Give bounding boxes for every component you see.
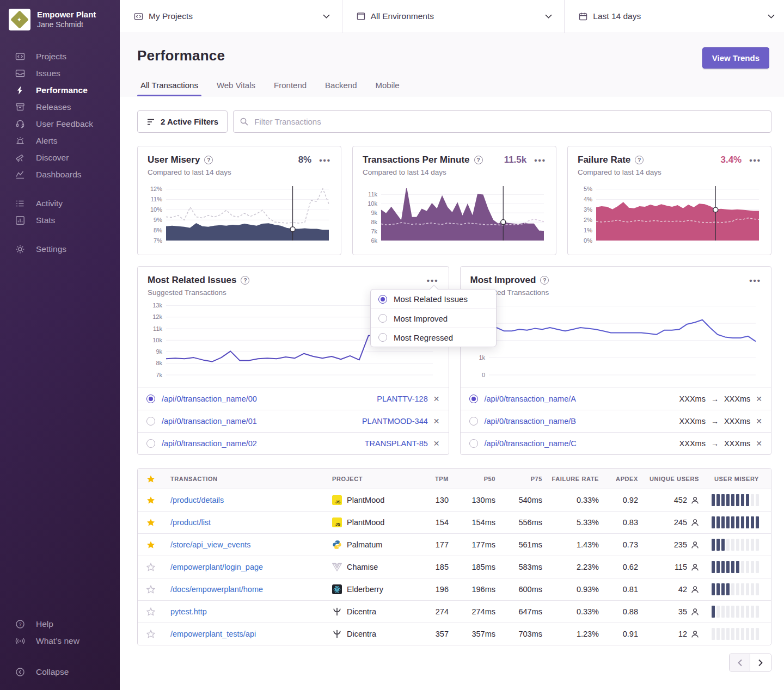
sidebar-collapse-button[interactable]: Collapse xyxy=(0,663,120,680)
p50-value: 196ms xyxy=(449,585,495,594)
transaction-link[interactable]: /product/list xyxy=(170,518,211,527)
transaction-link[interactable]: /api/0/transaction_name/02 xyxy=(162,439,257,448)
sidebar-item-dashboards[interactable]: Dashboards xyxy=(0,166,120,183)
pagination xyxy=(729,654,771,671)
radio-button[interactable] xyxy=(469,395,478,403)
close-icon[interactable]: ✕ xyxy=(756,417,762,425)
column-header-p75[interactable]: P75 xyxy=(495,476,542,482)
star-icon[interactable] xyxy=(146,540,170,549)
transaction-link[interactable]: /product/details xyxy=(170,496,224,504)
environment-selector[interactable]: All Environments xyxy=(342,0,565,33)
transaction-link[interactable]: /api/0/transaction_name/01 xyxy=(162,417,257,426)
menu-option-most-improved[interactable]: Most Improved xyxy=(371,309,496,328)
transaction-link[interactable]: /api/0/transaction_name/00 xyxy=(162,395,257,403)
view-trends-button[interactable]: View Trends xyxy=(702,47,769,69)
siren-icon xyxy=(15,135,25,146)
project-selector[interactable]: My Projects xyxy=(120,0,342,33)
transaction-link[interactable]: /store/api_view_events xyxy=(170,540,251,549)
close-icon[interactable]: ✕ xyxy=(756,440,762,447)
sidebar-item-help[interactable]: ? Help xyxy=(0,615,120,632)
sidebar-item-releases[interactable]: Releases xyxy=(0,98,120,115)
card-menu-button[interactable]: ••• xyxy=(316,155,331,165)
lightning-icon xyxy=(15,85,25,95)
sidebar-item-user-feedback[interactable]: User Feedback xyxy=(0,115,120,132)
column-header-tpm[interactable]: TPM xyxy=(414,476,449,482)
radio-button[interactable] xyxy=(469,417,478,426)
column-header-transaction[interactable]: Transaction xyxy=(170,476,332,482)
sidebar-item-whats-new[interactable]: What’s new xyxy=(0,632,120,649)
transaction-link[interactable]: /empowerplant/login_page xyxy=(170,563,263,571)
sidebar-item-alerts[interactable]: Alerts xyxy=(0,132,120,149)
column-header-failure-rate[interactable]: Failure Rate xyxy=(542,476,599,482)
column-header-unique-users[interactable]: Unique Users xyxy=(638,476,699,482)
help-icon[interactable]: ? xyxy=(204,156,213,164)
sidebar-item-performance[interactable]: Performance xyxy=(0,82,120,98)
close-icon[interactable]: ✕ xyxy=(756,395,762,403)
column-header-user-misery[interactable]: User Misery xyxy=(699,476,759,482)
issue-link[interactable]: PLANTTV-128 xyxy=(377,395,428,403)
tab-frontend[interactable]: Frontend xyxy=(274,81,307,96)
star-icon[interactable] xyxy=(146,563,170,571)
transaction-link[interactable]: /api/0/transaction_name/A xyxy=(485,395,576,403)
column-header-p50[interactable]: P50 xyxy=(449,476,495,482)
close-icon[interactable]: ✕ xyxy=(433,417,440,425)
help-icon[interactable]: ? xyxy=(635,156,644,164)
transaction-link[interactable]: /docs/empowerplant/home xyxy=(170,585,263,594)
card-menu-button[interactable]: ••• xyxy=(746,155,761,165)
user-misery-bars xyxy=(699,494,759,506)
issue-link[interactable]: PLANTMOOD-344 xyxy=(362,417,428,426)
help-icon[interactable]: ? xyxy=(241,276,249,285)
menu-option-most-related-issues[interactable]: Most Related Issues xyxy=(371,289,496,309)
close-icon[interactable]: ✕ xyxy=(433,440,440,447)
sidebar-item-discover[interactable]: Discover xyxy=(0,149,120,166)
arrow-right-icon: → xyxy=(711,395,719,403)
date-range-selector[interactable]: Last 14 days xyxy=(564,0,784,33)
previous-page-button[interactable] xyxy=(730,654,750,671)
column-header-project[interactable]: Project xyxy=(332,476,414,482)
star-icon[interactable] xyxy=(146,630,170,638)
tab-all-transactions[interactable]: All Transactions xyxy=(140,81,198,96)
radio-button[interactable] xyxy=(146,417,155,426)
org-switcher[interactable]: ✦ Empower Plant Jane Schmidt xyxy=(0,7,120,38)
sidebar-item-activity[interactable]: Activity xyxy=(0,195,120,212)
star-icon[interactable] xyxy=(146,518,170,527)
card-menu-button[interactable]: ••• xyxy=(424,275,439,286)
star-icon[interactable] xyxy=(146,475,170,483)
active-filters-button[interactable]: 2 Active Filters xyxy=(137,110,228,133)
sidebar-item-issues[interactable]: Issues xyxy=(0,65,120,82)
arrow-right-icon: → xyxy=(711,439,719,448)
tab-mobile[interactable]: Mobile xyxy=(375,81,399,96)
tab-backend[interactable]: Backend xyxy=(325,81,357,96)
table-row: /empowerplant/login_page Chamise 185 185… xyxy=(138,556,771,578)
card-menu-button[interactable]: ••• xyxy=(746,275,761,286)
help-icon[interactable]: ? xyxy=(474,156,483,164)
search-input[interactable] xyxy=(233,110,771,133)
close-icon[interactable]: ✕ xyxy=(433,395,440,403)
radio-button[interactable] xyxy=(146,439,155,448)
date-range-selector-value: Last 14 days xyxy=(593,11,762,21)
sidebar-item-label: Discover xyxy=(36,153,69,163)
sidebar-item-projects[interactable]: Projects xyxy=(0,48,120,65)
p50-value: 185ms xyxy=(449,563,495,571)
help-icon[interactable]: ? xyxy=(540,276,549,285)
star-icon[interactable] xyxy=(146,496,170,504)
transaction-link[interactable]: /api/0/transaction_name/B xyxy=(485,417,576,426)
column-header-apdex[interactable]: Apdex xyxy=(599,476,638,482)
transaction-link[interactable]: /empowerplant_tests/api xyxy=(170,630,256,638)
tab-web-vitals[interactable]: Web Vitals xyxy=(217,81,255,96)
sidebar-item-stats[interactable]: Stats xyxy=(0,212,120,229)
svg-text:2%: 2% xyxy=(584,217,592,223)
radio-button[interactable] xyxy=(469,439,478,448)
transaction-link[interactable]: /api/0/transaction_name/C xyxy=(485,439,577,448)
transaction-link[interactable]: pytest.http xyxy=(170,607,207,616)
svg-text:10k: 10k xyxy=(152,337,162,343)
sidebar-item-settings[interactable]: Settings xyxy=(0,241,120,257)
issue-link[interactable]: TRANSPLANT-85 xyxy=(365,439,428,448)
radio-button[interactable] xyxy=(146,395,155,403)
menu-option-most-regressed[interactable]: Most Regressed xyxy=(371,328,496,347)
star-icon[interactable] xyxy=(146,607,170,616)
next-page-button[interactable] xyxy=(750,654,771,671)
card-menu-button[interactable]: ••• xyxy=(531,155,546,165)
svg-text:9%: 9% xyxy=(154,217,162,223)
star-icon[interactable] xyxy=(146,585,170,594)
